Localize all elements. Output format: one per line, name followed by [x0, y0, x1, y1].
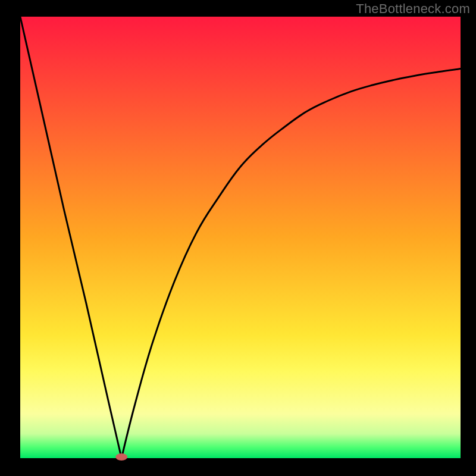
chart-frame: TheBottleneck.com: [0, 0, 476, 476]
plot-background: [20, 17, 461, 458]
minimum-marker: [115, 453, 127, 461]
watermark-text: TheBottleneck.com: [356, 1, 470, 17]
chart-svg: [0, 0, 476, 476]
